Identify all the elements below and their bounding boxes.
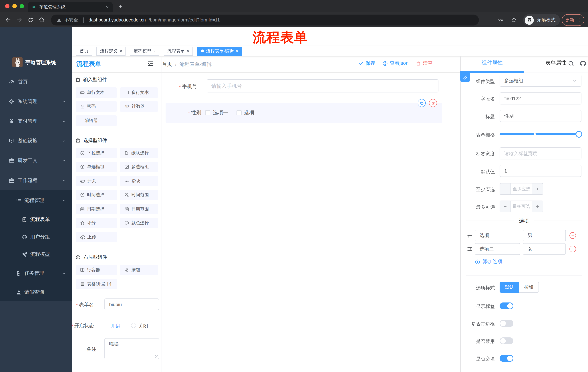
component-button[interactable]: 按钮 [120,265,158,275]
component-select[interactable]: 下拉选择 [76,148,117,158]
tag-close-icon[interactable]: × [120,49,122,53]
sidebar-item-task-management[interactable]: 任务管理 [0,268,73,279]
component-radio-group[interactable]: 单选框组 [76,162,117,172]
component-password[interactable]: 密码 [76,101,117,112]
tag-close-icon[interactable]: × [187,49,189,53]
border-toggle[interactable] [500,320,514,327]
selected-gender-component[interactable]: * 性别 选项一 选项二 [166,103,442,123]
sidebar-item-home[interactable]: 首页 [0,76,73,87]
option1-label-input[interactable] [475,230,520,241]
password-key-icon[interactable] [498,17,503,22]
field-name-input[interactable] [500,93,581,105]
browser-tab[interactable]: 芋道管理系统 [28,2,113,12]
url-bar[interactable]: 不安全 dashboard.yudao.iocoder.cn/bpm/manag… [51,15,479,25]
sidebar-item-process-model[interactable]: 流程模型 [0,249,73,260]
gender-option2-label[interactable]: 选项二 [244,110,259,116]
minus-button[interactable]: − [500,183,511,194]
sidebar-item-process-management[interactable]: 流程管理 [0,195,73,206]
tag-process-definition[interactable]: 流程定义× [96,46,126,55]
plus-button[interactable]: + [532,201,543,212]
new-tab-icon[interactable] [118,4,123,9]
gender-option1-label[interactable]: 选项一 [213,110,228,116]
gender-option1-checkbox[interactable] [205,110,210,115]
component-rate[interactable]: 评分 [76,218,117,228]
component-editor[interactable]: 编辑器 [76,115,117,126]
phone-input[interactable] [207,79,439,93]
add-option-button[interactable]: 添加选项 [475,258,503,265]
textarea-resize-handle[interactable] [155,355,158,358]
traffic-light-minimize[interactable] [12,4,17,8]
component-multi-line-text[interactable]: 多行文本 [120,87,158,98]
clear-button[interactable]: 清空 [416,60,433,67]
tag-close-icon[interactable]: × [153,49,156,53]
component-slider[interactable]: 滑块 [120,176,158,186]
style-default-segment[interactable]: 默认 [500,282,519,293]
component-row-container[interactable]: 行容器 [76,265,117,275]
style-button-segment[interactable]: 按钮 [519,282,539,293]
minus-button[interactable]: − [500,201,511,212]
option2-value-input[interactable] [523,243,566,255]
component-counter[interactable]: 计数器 [120,101,158,112]
sidebar-item-process-form[interactable]: 流程表单 [0,214,73,225]
option2-label-input[interactable] [475,243,520,255]
component-checkbox-group[interactable]: 多选框组 [120,162,158,172]
sidebar-item-leave-query[interactable]: 请假查询 [0,287,73,298]
tag-home[interactable]: 首页 [76,46,92,55]
traffic-light-zoom[interactable] [20,4,24,8]
remove-option2-button[interactable]: − [569,246,576,252]
component-time-range[interactable]: 时间范围 [120,190,158,200]
default-value-input[interactable] [500,165,581,177]
reload-icon[interactable] [28,17,33,23]
sidebar-collapse-icon[interactable] [147,60,154,67]
component-table[interactable]: 表格[开发中] [76,279,117,289]
form-remark-textarea[interactable]: 嘿嘿 [105,338,159,359]
copy-component-button[interactable] [418,99,426,107]
option-drag-handle-icon[interactable] [467,246,473,252]
browser-menu-dots-icon[interactable]: ⋮ [577,18,581,22]
gender-option2-checkbox[interactable] [237,110,242,115]
required-toggle[interactable] [500,355,514,362]
component-date-range[interactable]: 日期范围 [120,204,158,214]
view-json-button[interactable]: 查看json [382,60,409,67]
grid-slider-track[interactable] [500,133,579,135]
label-width-input[interactable] [500,148,581,159]
tag-process-form[interactable]: 流程表单× [164,46,193,55]
sidebar-item-system[interactable]: 系统管理 [0,96,73,107]
back-icon[interactable] [5,17,11,23]
title-input[interactable] [500,110,581,122]
save-button[interactable]: 保存 [358,60,375,67]
component-single-line-text[interactable]: 单行文本 [76,87,117,98]
option-drag-handle-icon[interactable] [467,233,473,238]
home-icon[interactable] [39,17,45,23]
tab-component-props[interactable]: 组件属性 [460,59,524,66]
disabled-toggle[interactable] [500,337,514,344]
browser-update-button[interactable]: 更新 ⋮ [562,14,584,26]
forward-icon[interactable] [16,17,22,23]
sidebar-item-workflow[interactable]: 工作流程 [0,175,73,186]
remove-option1-button[interactable]: − [569,232,576,239]
sidebar-item-infrastructure[interactable]: 基础设施 [0,135,73,146]
component-type-select[interactable]: 多选框组 [500,74,581,87]
delete-component-button[interactable] [429,99,437,107]
sidebar-item-user-group[interactable]: 用户分组 [0,232,73,242]
breadcrumb-home[interactable]: 首页 [162,61,172,68]
status-off-label[interactable]: 关闭 [138,323,148,329]
grid-slider-handle[interactable] [576,131,582,138]
sidebar-item-payment[interactable]: 支付管理 [0,116,73,127]
status-off-radio[interactable] [131,323,136,328]
tag-process-model[interactable]: 流程模型× [130,46,159,55]
tab-form-props[interactable]: 表单属性 [524,59,588,66]
show-label-toggle[interactable] [500,302,514,309]
component-cascader[interactable]: 级联选择 [120,148,158,158]
component-time-picker[interactable]: 时间选择 [76,190,117,200]
status-on-label[interactable]: 开启 [111,323,120,329]
tag-close-icon[interactable]: × [236,49,238,53]
component-date-picker[interactable]: 日期选择 [76,204,117,214]
tag-process-form-edit[interactable]: 流程表单-编辑× [197,46,242,55]
plus-button[interactable]: + [532,183,543,194]
sidebar-item-devtools[interactable]: 研发工具 [0,155,73,166]
min-select-placeholder[interactable]: 至少应选 [511,183,532,194]
bookmark-star-icon[interactable] [511,17,517,23]
tab-close-icon[interactable] [105,5,109,9]
component-color-picker[interactable]: 颜色选择 [120,218,158,228]
